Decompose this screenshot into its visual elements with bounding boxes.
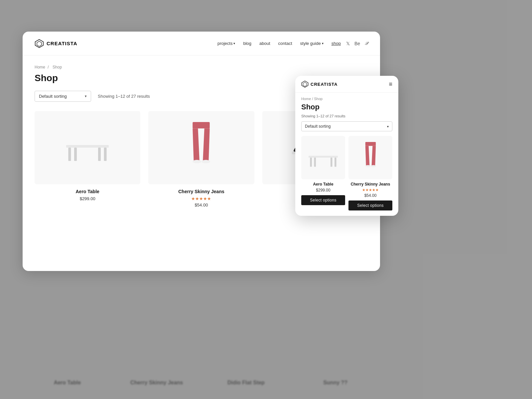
svg-rect-4 [104,148,107,161]
behance-icon[interactable]: Be [354,41,360,46]
svg-rect-7 [193,122,210,128]
svg-rect-16 [310,158,312,167]
breadcrumb-separator: / [48,65,49,69]
mobile-table-image [305,147,341,169]
svg-rect-17 [334,158,336,167]
product-image-wrap [148,111,254,184]
logo-icon [35,39,44,48]
product-stars: ★★★★★ [191,196,211,201]
mobile-product-price: $54.00 [364,193,377,198]
breadcrumb: Home / Shop [35,65,368,69]
product-price: $299.00 [80,196,95,201]
nav-social: 𝕏 Be 𝒫 [346,41,368,46]
product-image-wrap [35,111,140,184]
mobile-preview-card: CREATISTA ≡ Home / Shop Shop Showing 1–1… [295,76,398,216]
sort-select[interactable]: Default sorting ▾ [35,91,91,102]
mobile-result-count: Showing 1–12 of 27 results [301,114,392,118]
product-card: Cherry Skinny Jeans ★★★★★ $54.00 [148,111,254,207]
jeans-image [186,122,216,173]
table-image [61,132,114,164]
main-logo: CREATISTA [35,39,77,48]
breadcrumb-current: Shop [53,65,62,69]
breadcrumb-home[interactable]: Home [35,65,45,69]
mobile-product-name: Aero Table [313,182,333,187]
svg-marker-1 [37,41,42,47]
svg-point-21 [365,165,370,167]
svg-rect-18 [314,158,316,167]
svg-rect-3 [68,148,71,161]
mobile-product-card: Cherry Skinny Jeans ★★★★★ $54.00 Select … [348,136,392,210]
svg-rect-19 [331,158,332,167]
logo-text: CREATISTA [47,41,77,46]
pinterest-icon[interactable]: 𝒫 [365,41,368,46]
chevron-down-icon: ▾ [387,125,389,128]
mobile-product-image-wrap [301,136,345,179]
mobile-product-price: $299.00 [316,188,330,193]
nav-style-guide[interactable]: style guide ▾ [300,41,324,46]
mobile-products-grid: Aero Table $299.00 Select options Cherry… [295,136,398,210]
chevron-down-icon: ▾ [233,42,235,45]
svg-rect-2 [66,145,109,148]
product-price: $54.00 [195,202,208,207]
nav-blog[interactable]: blog [243,41,251,46]
nav-contact[interactable]: contact [278,41,292,46]
nav-about[interactable]: about [259,41,270,46]
mobile-jeans-image [361,142,380,173]
mobile-logo: CREATISTA [301,80,337,88]
mobile-page-title: Shop [301,103,392,111]
mobile-product-name: Cherry Skinny Jeans [351,182,390,187]
bottom-label: Cherry Skinny Jeans [112,380,201,386]
bottom-label: Aero Table [23,380,112,386]
result-count: Showing 1–12 of 27 results [98,94,150,99]
svg-rect-6 [98,148,101,161]
svg-rect-20 [365,142,375,146]
mobile-content: Home / Shop Shop Showing 1–12 of 27 resu… [295,93,398,131]
mobile-product-card: Aero Table $299.00 Select options [301,136,345,210]
svg-point-9 [202,160,210,163]
hamburger-icon[interactable]: ≡ [389,81,392,88]
mobile-product-image-wrap [348,136,392,179]
product-card: Aero Table $299.00 [35,111,140,207]
nav-projects[interactable]: projects ▾ [217,41,235,46]
mobile-product-stars: ★★★★★ [362,188,379,192]
nav-links: projects ▾ blog about contact style guid… [217,41,341,46]
mobile-logo-icon [301,80,309,88]
mobile-breadcrumb: Home / Shop [301,97,392,101]
bottom-label: Sunny ?? [291,380,380,386]
main-nav: CREATISTA projects ▾ blog about contact … [23,32,380,56]
product-name: Cherry Skinny Jeans [178,189,224,194]
select-options-button[interactable]: Select options [348,200,392,210]
bottom-labels: Aero Table Cherry Skinny Jeans Didio Fla… [23,380,380,386]
bottom-label: Didio Flat Step [201,380,291,386]
svg-marker-14 [303,82,307,86]
svg-rect-5 [74,148,77,161]
mobile-logo-text: CREATISTA [311,82,337,87]
mobile-sort-select[interactable]: Default sorting ▾ [301,121,392,131]
mobile-nav: CREATISTA ≡ [295,76,398,93]
nav-shop[interactable]: shop [332,41,341,46]
svg-point-8 [193,160,201,163]
svg-point-22 [371,165,376,167]
twitter-icon[interactable]: 𝕏 [346,41,350,46]
select-options-button[interactable]: Select options [301,195,345,205]
svg-rect-15 [309,156,338,158]
product-name: Aero Table [76,189,99,194]
chevron-down-icon: ▾ [85,94,87,98]
chevron-down-icon: ▾ [322,42,324,45]
